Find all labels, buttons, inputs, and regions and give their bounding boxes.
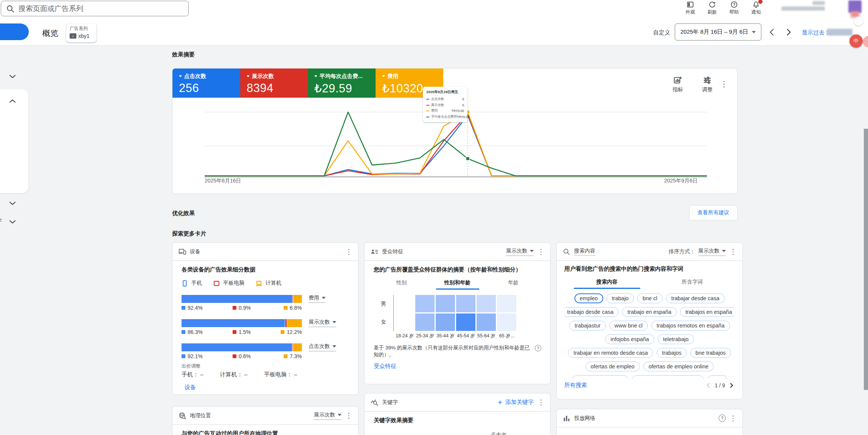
keywords-columns: 费用点击次数点击率 — [374, 432, 541, 435]
search-term-chip[interactable]: bne cl — [637, 293, 663, 303]
device-legend-item: 计算机 — [256, 280, 281, 287]
page-next-icon[interactable] — [728, 382, 735, 389]
tab-搜索内容[interactable]: 搜索内容 — [564, 279, 650, 289]
campaign-name: xby1 — [78, 33, 90, 39]
demographics-link[interactable]: 受众特征 — [374, 363, 396, 370]
search-term-chip[interactable]: teletrabajo — [658, 334, 694, 344]
heatmap-cell — [436, 295, 455, 312]
keyword-column-header[interactable]: 点击率 — [517, 432, 541, 435]
keyword-column-header[interactable]: 点击次数 — [491, 432, 514, 435]
locations-metric-selector[interactable]: 展示次数 — [314, 412, 342, 420]
laptop-icon — [256, 280, 262, 287]
search-term-chip[interactable]: trabajar desde casa — [666, 293, 725, 303]
date-prev-button[interactable] — [767, 27, 777, 37]
search-term-chip[interactable]: ofertas de empleo online — [643, 362, 714, 371]
appearance-icon — [686, 1, 694, 8]
keywords-more-menu[interactable]: ⋮ — [537, 399, 544, 406]
search-icon — [6, 5, 15, 13]
notification-badge — [758, 0, 763, 4]
locations-card-title: 地理位置 — [190, 412, 211, 419]
devices-link[interactable]: 设备 — [185, 384, 196, 391]
demographics-tabs: 性别性别和年龄年龄 — [374, 279, 541, 290]
date-next-button[interactable] — [784, 27, 793, 37]
global-search[interactable] — [1, 1, 189, 16]
bar-percent-row: 86.3%1.5%12.2% — [182, 329, 302, 335]
demographics-metric-selector[interactable]: 展示次数 — [506, 248, 534, 256]
bid-adjust-label: 出价调整 — [182, 363, 349, 370]
search-term-chip[interactable]: trabajo en españa — [622, 307, 677, 317]
rail-expand-icon-2[interactable] — [9, 200, 16, 204]
search-input[interactable] — [19, 1, 185, 16]
locations-more-menu[interactable]: ⋮ — [345, 412, 352, 419]
search-term-chip[interactable]: www bne cl — [609, 321, 648, 331]
search-term-chip[interactable]: infojobs españa — [605, 334, 654, 344]
tab-性别[interactable]: 性别 — [374, 279, 430, 290]
bar-segment — [182, 343, 292, 351]
search-term-chip[interactable]: empleo — [575, 293, 603, 303]
networks-more-menu[interactable]: ⋮ — [730, 415, 736, 422]
tab-年龄[interactable]: 年龄 — [485, 279, 541, 290]
bar-percent: 0.6% — [233, 353, 251, 359]
search-term-chip[interactable] — [632, 375, 704, 379]
account-name-redacted — [812, 1, 825, 5]
device-bar-row: 费用 — [182, 295, 349, 303]
search-terms-more-menu[interactable]: ⋮ — [730, 248, 736, 255]
legend-square — [182, 330, 185, 334]
heatmap-row — [395, 313, 516, 331]
search-term-chip[interactable]: trabajar en remoto desde casa — [568, 348, 653, 358]
help-icon[interactable]: ? — [535, 345, 541, 351]
topbar-action-bell[interactable]: 通知 — [748, 1, 764, 16]
perf-more-menu[interactable]: ⋮ — [720, 80, 727, 88]
chart-tooltip: 2025年8月29日周五 点击次数0展示次数0费用TRY0.00平均每次点击费用… — [423, 87, 467, 122]
rail-expand-icon[interactable] — [9, 73, 16, 77]
rail-expand-icon-3[interactable] — [9, 218, 16, 222]
keyword-column-header[interactable]: 费用 — [460, 432, 487, 435]
device-legend-item: 平板电脑 — [213, 280, 244, 287]
search-term-chip[interactable]: trabajo — [607, 293, 634, 303]
all-searches-link[interactable]: 所有搜索 — [564, 382, 587, 389]
tooltip-series-label: 平均每次点击费用 — [431, 115, 457, 119]
search-term-chips: empleotrabajobne cltrabajar desde casatr… — [564, 293, 735, 379]
search-terms-sort-selector[interactable]: 展示次数 — [698, 248, 726, 256]
heatmap-cell — [477, 295, 496, 312]
demographics-note: 基于 39% 的展示次数（只有这部分展示所对应的用户性别和年龄是已知的）。 — [374, 345, 532, 358]
campaign-chip[interactable]: 广告系列 ⌕ xby1 — [66, 23, 96, 42]
search-term-chip[interactable]: trabajastur — [569, 321, 606, 331]
bar-metric-selector[interactable]: 展示次数 — [309, 319, 336, 327]
heatmap-col-label: 25-34 岁 — [415, 333, 435, 339]
rail-collapse-icon[interactable] — [9, 98, 16, 101]
search-term-chip[interactable]: trabajos — [657, 348, 687, 358]
add-keywords-button[interactable]: + 添加关键字 — [498, 399, 534, 406]
search-term-chip[interactable]: ofertas de empleo — [585, 362, 640, 371]
bar-segment — [287, 319, 302, 327]
keywords-card-title: 关键字 — [382, 399, 398, 406]
scrollbar-thumb[interactable] — [864, 129, 868, 390]
bar-metric-selector[interactable]: 费用 — [309, 295, 326, 303]
devices-more-menu[interactable]: ⋮ — [345, 248, 352, 255]
help-icon[interactable]: ? — [719, 415, 726, 422]
search-term-chip[interactable] — [707, 375, 728, 379]
search-term-chip[interactable]: trabajo desde casa — [564, 307, 619, 317]
chevron-down-icon — [332, 321, 336, 323]
date-range-picker[interactable]: 2025年 8月 16日 – 9月 6日 — [675, 23, 761, 41]
tab-性别和年龄[interactable]: 性别和年龄 — [430, 279, 486, 290]
search-term-chip[interactable]: bne trabajos — [690, 348, 731, 358]
view-all-recommendations-button[interactable]: 查看所有建议 — [689, 205, 738, 220]
page-prev-icon[interactable] — [705, 382, 712, 389]
bar-metric-selector[interactable]: 点击次数 — [309, 343, 336, 351]
tooltip-series-value: 0 — [462, 97, 464, 101]
demographics-more-menu[interactable]: ⋮ — [537, 248, 544, 255]
tab-所含字词[interactable]: 所含字词 — [650, 279, 735, 289]
search-term-chip[interactable]: trabajos en españa — [680, 307, 735, 317]
nav-active-pill[interactable] — [0, 23, 29, 40]
topbar-action-appearance[interactable]: 外观 — [682, 1, 699, 16]
topbar-action-refresh[interactable]: 刷新 — [704, 1, 720, 16]
search-term-chip[interactable]: trabajos remotos en españa — [651, 321, 730, 331]
topbar-action-help[interactable]: ?帮助 — [726, 1, 742, 16]
bar-metric-label: 展示次数 — [309, 319, 330, 326]
search-term-chip[interactable] — [572, 375, 629, 379]
translator-button[interactable]: 中 — [849, 34, 863, 48]
floating-widget-icon[interactable] — [854, 17, 863, 26]
devices-legend: 手机平板电脑计算机 — [182, 280, 349, 287]
heatmap-row-label: 女 — [374, 313, 393, 331]
